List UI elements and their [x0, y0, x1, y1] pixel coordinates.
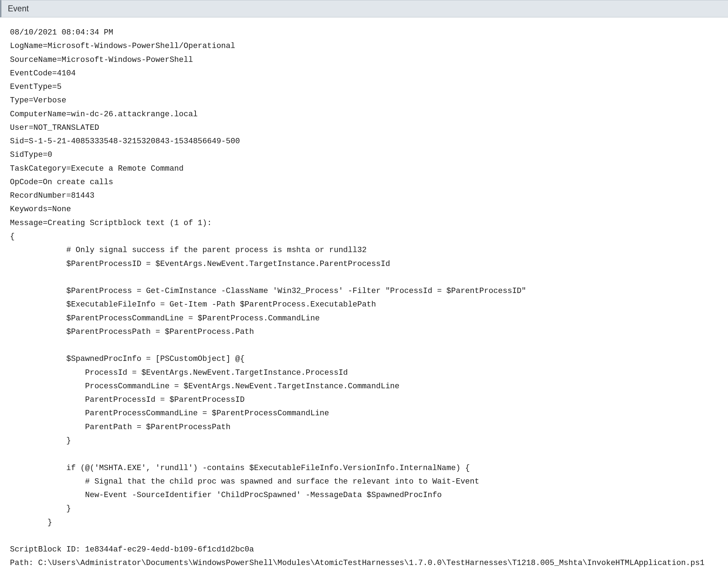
event-computername: win-dc-26.attackrange.local: [71, 110, 198, 119]
event-message-header: Creating Scriptblock text (1 of 1):: [48, 219, 212, 228]
event-path: C:\Users\Administrator\Documents\Windows…: [38, 559, 705, 567]
event-timestamp: 08/10/2021 08:04:34 PM: [10, 28, 113, 37]
event-user: NOT_TRANSLATED: [33, 123, 99, 132]
event-logname: Microsoft-Windows-PowerShell/Operational: [48, 42, 235, 50]
event-header-title: Event: [8, 4, 29, 13]
event-taskcategory: Execute a Remote Command: [71, 164, 184, 173]
event-scriptblock-id: 1e8344af-ec29-4edd-b109-6f1cd1d2bc0a: [85, 545, 254, 554]
event-keywords: None: [52, 205, 71, 214]
event-recordnumber: 81443: [71, 191, 95, 200]
event-sidtype: 0: [48, 150, 52, 159]
event-sid: S-1-5-21-4085333548-3215320843-153485664…: [29, 137, 240, 146]
event-header: Event: [0, 0, 728, 17]
event-sourcename: Microsoft-Windows-PowerShell: [61, 55, 193, 64]
event-eventcode: 4104: [57, 69, 76, 78]
event-scriptblock: { # Only signal success if the parent pr…: [10, 232, 526, 527]
event-type: Verbose: [33, 96, 66, 105]
event-eventtype: 5: [57, 82, 61, 91]
event-opcode: On create calls: [43, 178, 113, 187]
event-body: 08/10/2021 08:04:34 PM LogName=Microsoft…: [0, 17, 728, 574]
